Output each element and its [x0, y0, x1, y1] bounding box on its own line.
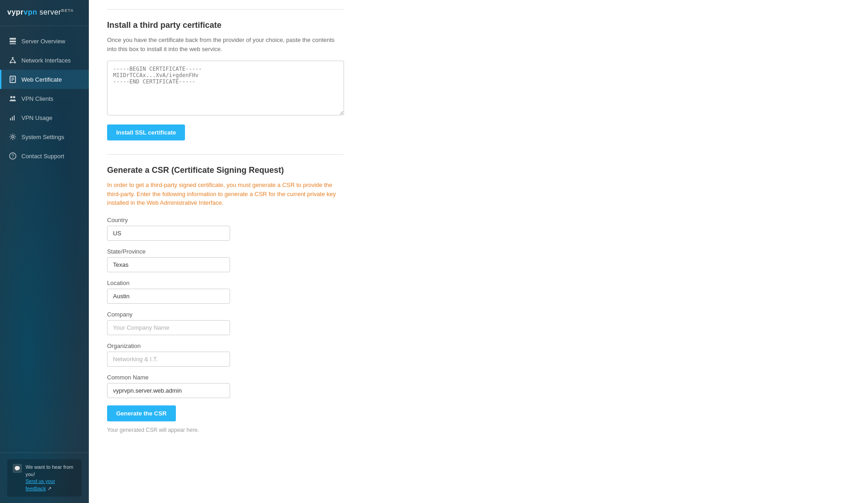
svg-point-13 [10, 96, 13, 99]
organization-group: Organization [107, 342, 344, 367]
sidebar-label-network-interfaces: Network Interfaces [21, 57, 71, 64]
usage-icon [9, 114, 17, 122]
sidebar-label-server-overview: Server Overview [21, 38, 65, 45]
common-name-input[interactable] [107, 383, 230, 398]
sidebar-item-server-overview[interactable]: Server Overview [0, 31, 89, 51]
country-group: Country [107, 217, 344, 241]
logo-vypr: vypr [7, 8, 24, 16]
feedback-message: We want to hear from you! [26, 464, 76, 478]
svg-rect-17 [14, 115, 15, 120]
top-divider [107, 9, 344, 10]
organization-label: Organization [107, 342, 344, 349]
sidebar-item-contact-support[interactable]: ? Contact Support [0, 146, 89, 166]
state-input[interactable] [107, 257, 230, 272]
logo-vpn: vpn [24, 8, 37, 16]
svg-line-6 [10, 59, 13, 62]
sidebar-label-web-certificate: Web Certificate [21, 76, 62, 83]
location-input[interactable] [107, 289, 230, 304]
state-label: State/Province [107, 248, 344, 255]
install-ssl-button[interactable]: Install SSL certificate [107, 124, 185, 140]
svg-rect-2 [10, 43, 16, 44]
svg-text:?: ? [11, 154, 14, 159]
csr-title: Generate a CSR (Certificate Signing Requ… [107, 166, 344, 175]
main-content: Install a third party certificate Once y… [89, 0, 868, 503]
feedback-text: 💬 We want to hear from you! Send us your… [13, 464, 76, 492]
common-name-group: Common Name [107, 374, 344, 398]
sidebar-label-vpn-usage: VPN Usage [21, 114, 52, 121]
sidebar-item-network-interfaces[interactable]: Network Interfaces [0, 51, 89, 70]
country-input[interactable] [107, 226, 230, 241]
cert-textarea[interactable] [107, 61, 344, 115]
sidebar-nav: Server Overview Network Interfaces Web C… [0, 30, 89, 452]
clients-icon [9, 94, 17, 103]
state-group: State/Province [107, 248, 344, 272]
sidebar-label-system-settings: System Settings [21, 134, 64, 140]
sidebar-item-vpn-clients[interactable]: VPN Clients [0, 89, 89, 108]
company-group: Company [107, 311, 344, 335]
location-label: Location [107, 280, 344, 286]
location-group: Location [107, 280, 344, 304]
sidebar-label-vpn-clients: VPN Clients [21, 95, 53, 102]
country-label: Country [107, 217, 344, 223]
middle-divider [107, 154, 344, 155]
svg-rect-16 [12, 117, 13, 120]
sidebar-label-contact-support: Contact Support [21, 153, 64, 160]
company-label: Company [107, 311, 344, 318]
sidebar-bottom: 💬 We want to hear from you! Send us your… [0, 452, 89, 503]
install-cert-desc: Once you have the certificate back from … [107, 36, 344, 53]
network-icon [9, 56, 17, 64]
feedback-link[interactable]: Send us your feedback [26, 478, 55, 491]
logo: vyprvpn serverBETA [0, 0, 89, 26]
svg-rect-15 [10, 118, 11, 120]
feedback-icon: 💬 [13, 464, 22, 473]
sidebar-item-web-certificate[interactable]: Web Certificate [0, 70, 89, 89]
feedback-box: 💬 We want to hear from you! Send us your… [7, 459, 82, 497]
svg-line-7 [13, 59, 15, 62]
sidebar-item-vpn-usage[interactable]: VPN Usage [0, 108, 89, 127]
csr-desc: In order to get a third-party signed cer… [107, 181, 344, 207]
svg-rect-0 [10, 38, 16, 40]
svg-point-18 [12, 136, 14, 138]
csr-note: Your generated CSR will appear here. [107, 427, 344, 433]
sidebar-item-system-settings[interactable]: System Settings [0, 127, 89, 146]
organization-input[interactable] [107, 352, 230, 367]
sidebar: vyprvpn serverBETA Server Overview Netwo… [0, 0, 89, 503]
svg-point-3 [12, 57, 14, 59]
server-icon [9, 37, 17, 45]
cert-icon [9, 75, 17, 83]
logo-server: server [37, 8, 61, 16]
generate-csr-button[interactable]: Generate the CSR [107, 405, 176, 421]
svg-point-14 [13, 96, 15, 99]
svg-rect-1 [10, 41, 16, 42]
common-name-label: Common Name [107, 374, 344, 381]
support-icon: ? [9, 152, 17, 160]
settings-icon [9, 133, 17, 141]
beta-badge: BETA [61, 8, 74, 13]
company-input[interactable] [107, 320, 230, 335]
install-cert-title: Install a third party certificate [107, 21, 344, 30]
